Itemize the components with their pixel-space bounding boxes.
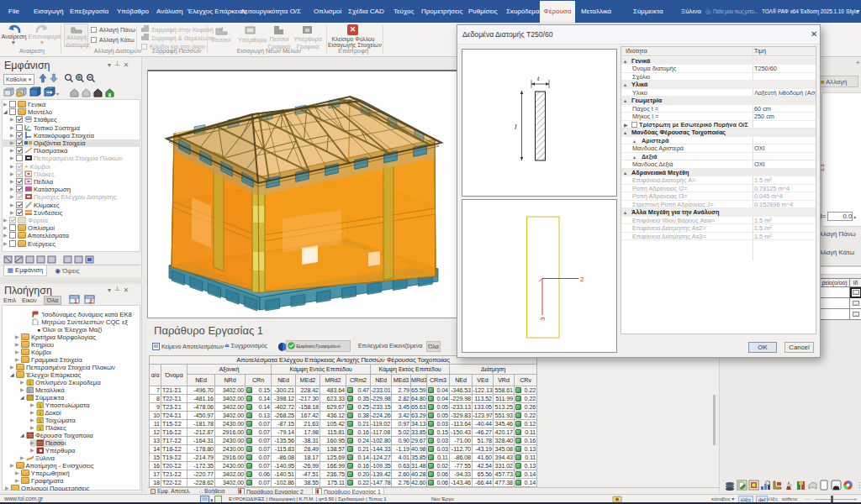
svg-text:t: t xyxy=(537,74,540,82)
svg-text:⋮: ⋮ xyxy=(856,481,861,489)
svg-text:l: l xyxy=(515,123,517,131)
svg-text:2: 2 xyxy=(580,276,584,283)
svg-text:1: 1 xyxy=(74,298,77,304)
svg-text:3: 3 xyxy=(539,317,547,321)
svg-text:2: 2 xyxy=(89,298,92,304)
